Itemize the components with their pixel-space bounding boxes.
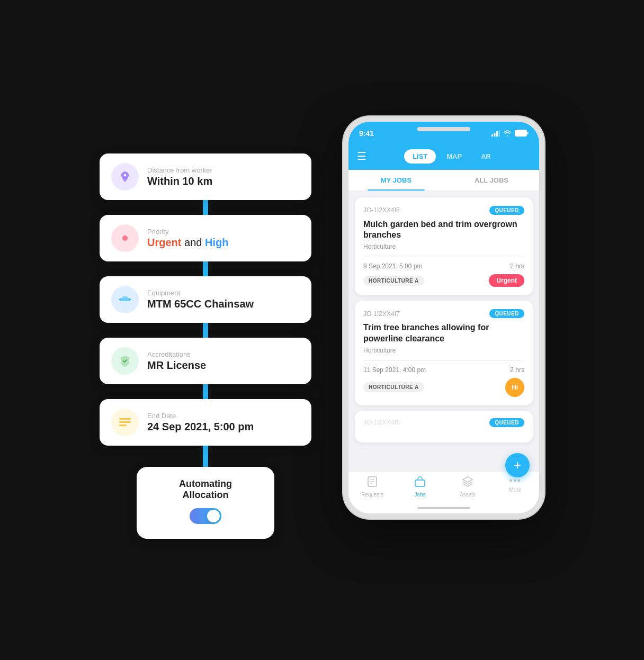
job-title-1: Mulch garden bed and trim overgrown bran…	[363, 219, 524, 241]
job-priority-1: Urgent	[489, 274, 524, 287]
job-card-2-header: JO-1I2XX4I7 QUEUED	[363, 309, 524, 318]
tab-all-jobs[interactable]: ALL JOBS	[444, 170, 539, 191]
job-id-1: JO-1I2XX4I8	[363, 206, 400, 214]
distance-card-text: Distance from worker Within 10 km	[147, 166, 212, 187]
distance-label: Distance from worker	[147, 166, 212, 174]
connector-4	[203, 384, 208, 399]
svg-rect-15	[527, 132, 529, 134]
job-card-3-header: JO-1I2XX4I6 QUEUED	[363, 418, 524, 427]
connector-3	[203, 323, 208, 338]
enddate-icon	[119, 418, 131, 427]
phone: 9:41	[343, 116, 544, 519]
connector-1	[203, 200, 208, 215]
job-date-1: 9 Sep 2021, 5:00 pm	[363, 263, 422, 270]
status-icons	[491, 130, 529, 137]
job-footer-1: 9 Sep 2021, 5:00 pm 2 hrs	[363, 263, 524, 270]
jobs-icon	[414, 476, 426, 490]
accred-label: Accreditations	[147, 350, 206, 358]
bottom-nav-requests[interactable]: Requests	[348, 476, 396, 498]
assets-label: Assets	[460, 492, 476, 498]
job-category-2: Horticulture	[363, 347, 524, 354]
job-divider-1	[363, 257, 524, 257]
enddate-value: 24 Sep 2021, 5:00 pm	[147, 421, 254, 433]
job-card-2[interactable]: JO-1I2XX4I7 QUEUED Trim tree branches al…	[355, 301, 533, 405]
job-tags-2: HORTICULTURE A Hi	[363, 378, 524, 397]
hamburger-icon[interactable]: ☰	[357, 150, 366, 162]
svg-point-1	[124, 174, 127, 176]
job-tags-1: HORTICULTURE A Urgent	[363, 274, 524, 287]
job-duration-1: 2 hrs	[510, 263, 524, 270]
connector-2	[203, 261, 208, 276]
enddate-icon-wrap	[111, 409, 139, 436]
enddate-label: End Date	[147, 412, 254, 420]
nav-tab-ar[interactable]: AR	[472, 149, 499, 164]
job-accred-2: HORTICULTURE A	[363, 382, 424, 392]
home-indicator	[348, 504, 539, 513]
enddate-card-text: End Date 24 Sep 2021, 5:00 pm	[147, 412, 254, 433]
bottom-nav-jobs[interactable]: Jobs	[396, 476, 444, 498]
svg-rect-7	[119, 418, 131, 420]
svg-rect-5	[129, 299, 131, 300]
accred-icon-wrap	[111, 347, 139, 375]
bottom-nav: Requests Jobs Assets ••• More	[348, 471, 539, 504]
svg-rect-3	[120, 298, 130, 301]
wifi-icon	[503, 130, 512, 137]
requests-icon	[366, 476, 378, 490]
priority-and: and	[184, 237, 205, 248]
job-card-1[interactable]: JO-1I2XX4I8 QUEUED Mulch garden bed and …	[355, 197, 533, 296]
svg-rect-12	[496, 131, 498, 137]
priority-value: Urgent and High	[147, 237, 228, 249]
assets-icon	[462, 476, 473, 490]
svg-rect-6	[122, 296, 128, 298]
filter-card-enddate: End Date 24 Sep 2021, 5:00 pm	[100, 399, 311, 446]
priority-icon	[120, 233, 130, 243]
accred-card-text: Accreditations MR License	[147, 350, 206, 372]
equipment-icon	[118, 294, 132, 305]
svg-rect-9	[119, 424, 127, 426]
svg-rect-20	[415, 480, 425, 486]
filter-card-priority: Priority Urgent and High	[100, 215, 311, 261]
job-footer-2: 11 Sep 2021, 4:00 pm 2 hrs	[363, 366, 524, 374]
priority-card-text: Priority Urgent and High	[147, 228, 228, 249]
distance-value: Within 10 km	[147, 175, 212, 187]
queued-badge-1: QUEUED	[489, 206, 524, 215]
priority-label: Priority	[147, 228, 228, 236]
svg-rect-14	[515, 130, 527, 137]
allocation-toggle[interactable]	[190, 508, 221, 524]
allocation-title: AutomatingAllocation	[179, 478, 232, 501]
job-divider-2	[363, 360, 524, 361]
allocation-box: AutomatingAllocation	[137, 467, 274, 539]
bottom-nav-assets[interactable]: Assets	[444, 476, 491, 498]
bottom-nav-more[interactable]: ••• More	[491, 476, 539, 498]
fab-button[interactable]: +	[505, 453, 530, 477]
signal-icon	[491, 130, 500, 137]
connector-5	[203, 446, 208, 467]
nav-tab-list[interactable]: LIST	[404, 149, 436, 164]
phone-wrap: 9:41	[343, 116, 544, 519]
left-panel: Distance from worker Within 10 km Priori…	[100, 122, 311, 539]
filter-card-accreditations: Accreditations MR License	[100, 338, 311, 384]
job-accred-1: HORTICULTURE A	[363, 276, 424, 286]
accred-value: MR License	[147, 359, 206, 372]
svg-rect-11	[494, 133, 496, 137]
more-label: More	[509, 487, 522, 493]
tab-my-jobs[interactable]: MY JOBS	[348, 170, 444, 191]
priority-high: High	[205, 237, 228, 248]
job-card-3-partial: JO-1I2XX4I6 QUEUED	[355, 411, 533, 442]
job-category-1: Horticulture	[363, 243, 524, 250]
toggle-thumb	[207, 510, 220, 522]
priority-icon-wrap	[111, 224, 139, 252]
nav-tab-map[interactable]: MAP	[438, 149, 470, 164]
jobs-tabs: MY JOBS ALL JOBS	[348, 170, 539, 191]
jobs-label: Jobs	[414, 492, 425, 498]
job-card-1-header: JO-1I2XX4I8 QUEUED	[363, 206, 524, 215]
equipment-icon-wrap	[111, 286, 139, 313]
phone-navbar: ☰ LIST MAP AR	[348, 145, 539, 170]
battery-icon	[515, 130, 529, 137]
equipment-value: MTM 65CC Chainsaw	[147, 298, 254, 310]
home-bar	[417, 507, 470, 509]
nav-tabs: LIST MAP AR	[404, 149, 499, 164]
accred-icon	[119, 355, 131, 367]
location-icon	[119, 170, 131, 183]
svg-rect-8	[119, 421, 131, 423]
